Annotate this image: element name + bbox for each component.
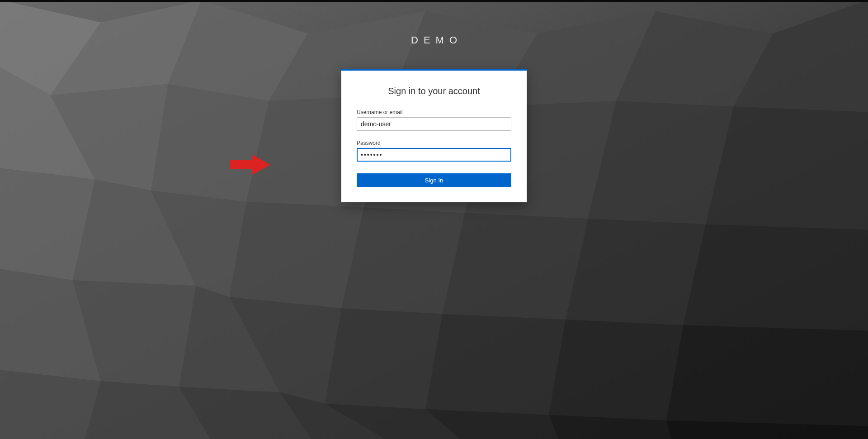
- window-topbar: [0, 0, 868, 2]
- username-group: Username or email: [357, 109, 511, 131]
- annotation-arrow-icon: [230, 155, 270, 175]
- card-title: Sign in to your account: [357, 86, 511, 96]
- username-input[interactable]: [357, 117, 511, 131]
- login-card: Sign in to your account Username or emai…: [341, 69, 527, 202]
- brand-title: DEMO: [406, 34, 462, 46]
- password-label: Password: [357, 140, 511, 146]
- password-input[interactable]: [357, 148, 511, 162]
- username-label: Username or email: [357, 109, 511, 115]
- password-group: Password: [357, 140, 511, 162]
- svg-marker-41: [230, 155, 270, 175]
- sign-in-button[interactable]: Sign In: [357, 173, 511, 187]
